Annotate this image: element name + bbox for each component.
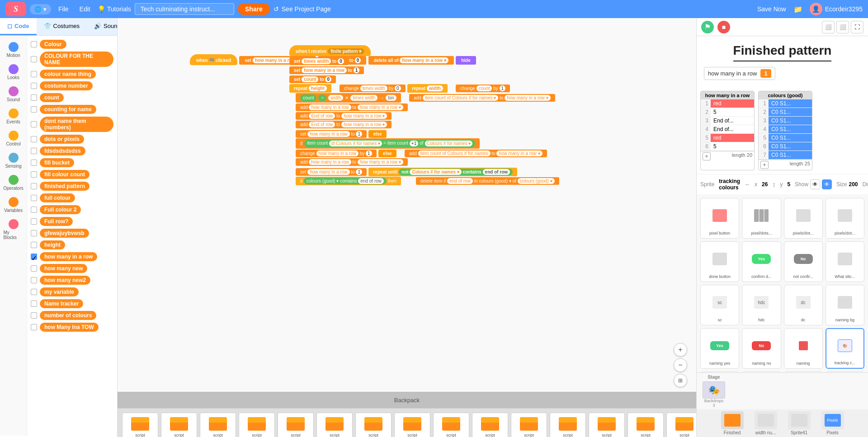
- script-thumb[interactable]: scriptcode: [278, 413, 314, 437]
- stage-small-button[interactable]: ⬜: [822, 21, 835, 33]
- bottom-item-width-nu[interactable]: width nu...: [750, 411, 782, 435]
- var-checkbox[interactable]: [31, 94, 37, 101]
- sprite-card-hdc[interactable]: hdc hdc: [742, 285, 781, 325]
- green-flag-button[interactable]: ⚑: [701, 21, 714, 33]
- sprite-card-naming[interactable]: naming: [784, 328, 823, 369]
- script-thumb[interactable]: scriptcode: [355, 413, 392, 437]
- list-item[interactable]: fill colour count: [29, 169, 115, 180]
- list-item[interactable]: ✓ how many in a row: [29, 251, 115, 263]
- script-thumb[interactable]: scriptcode: [239, 413, 275, 437]
- var-checkbox[interactable]: [31, 41, 37, 47]
- var-checkbox[interactable]: ✓: [31, 254, 37, 260]
- script-thumb[interactable]: scriptcode: [161, 413, 197, 437]
- globe-button[interactable]: 🌐 ▾: [30, 4, 51, 14]
- save-now-button[interactable]: Save Now: [757, 5, 786, 13]
- list-item[interactable]: Colour: [29, 38, 115, 50]
- sidebar-item-sound[interactable]: Sound: [2, 84, 25, 105]
- eye-off-button[interactable]: 👁: [810, 179, 820, 189]
- zoom-out-button[interactable]: −: [674, 358, 687, 372]
- list-item[interactable]: gfewajuybvwsb: [29, 227, 115, 239]
- var-checkbox[interactable]: [31, 312, 37, 319]
- list-item[interactable]: number of colours: [29, 310, 115, 321]
- stage-fullscreen-button[interactable]: ⛶: [851, 21, 863, 33]
- script-thumb[interactable]: scriptcode: [627, 413, 664, 437]
- list-item[interactable]: Full row?: [29, 216, 115, 227]
- var-checkbox[interactable]: [31, 265, 37, 272]
- sprite-card-naming-bg[interactable]: naming bg: [826, 285, 864, 325]
- sidebar-item-events[interactable]: Events: [2, 106, 25, 127]
- var-checkbox[interactable]: [31, 71, 37, 77]
- sprite-card-dc[interactable]: dc dc: [784, 285, 823, 325]
- script-thumb[interactable]: scriptcode: [550, 413, 586, 437]
- script-thumb[interactable]: scriptcode: [200, 413, 236, 437]
- project-title[interactable]: Tech culminating instruct...: [135, 3, 234, 15]
- sprite-card-loading-la[interactable]: loading la...: [826, 371, 864, 372]
- sprite-card-pixel-dots[interactable]: pixel/dots...: [742, 198, 781, 239]
- sidebar-item-myblocks[interactable]: My Blocks: [2, 216, 25, 243]
- script-thumb[interactable]: scriptcode: [472, 413, 508, 437]
- sidebar-item-operators[interactable]: Operators: [2, 172, 25, 193]
- zoom-reset-button[interactable]: ⊞: [674, 374, 687, 387]
- zoom-in-button[interactable]: +: [674, 343, 687, 357]
- list-item[interactable]: costume number: [29, 80, 115, 92]
- script-thumb[interactable]: scriptcode: [511, 413, 547, 437]
- sprite-card-pixels-dot2[interactable]: pixels/dot...: [826, 198, 864, 239]
- var-checkbox[interactable]: [31, 207, 37, 213]
- stage-button[interactable]: Stage 🎭 Backdrops 3: [700, 375, 727, 408]
- script-thumb[interactable]: scriptcode: [122, 413, 158, 437]
- var-checkbox[interactable]: [31, 121, 37, 127]
- x-coord-value[interactable]: 26: [762, 181, 768, 188]
- tab-costumes[interactable]: 👕 Costumes: [37, 18, 87, 35]
- list-item[interactable]: full colour: [29, 192, 115, 204]
- list-item[interactable]: my variable: [29, 286, 115, 298]
- user-menu[interactable]: 👤 Ecordeir3295: [810, 3, 863, 15]
- var-checkbox[interactable]: [31, 148, 37, 154]
- y-coord-value[interactable]: 5: [787, 181, 790, 188]
- list-item[interactable]: how Many Ina TOW: [29, 321, 115, 333]
- list-add-button-1[interactable]: +: [703, 152, 711, 160]
- size-value[interactable]: 200: [849, 181, 858, 188]
- tutorials-button[interactable]: 💡 Tutorials: [98, 5, 131, 13]
- sidebar-item-control[interactable]: Control: [2, 128, 25, 149]
- sprite-card-naming-yes[interactable]: Yes naming yes: [700, 328, 739, 369]
- list-item[interactable]: Name tracker: [29, 298, 115, 310]
- sprite-card-loading-bg[interactable]: loading bg: [742, 371, 781, 372]
- var-checkbox[interactable]: [31, 218, 37, 225]
- var-checkbox[interactable]: [31, 195, 37, 201]
- sidebar-item-variables[interactable]: Variables: [2, 194, 25, 216]
- see-project-button[interactable]: ↺ See Project Page: [274, 5, 331, 13]
- var-checkbox[interactable]: [31, 136, 37, 142]
- list-item[interactable]: finished pattern: [29, 180, 115, 192]
- block-stack-2[interactable]: when I receive finite pattern ▾ set time…: [289, 45, 561, 185]
- var-checkbox[interactable]: [31, 56, 37, 62]
- var-checkbox[interactable]: [31, 324, 37, 330]
- var-checkbox[interactable]: [31, 171, 37, 178]
- var-checkbox[interactable]: [31, 242, 37, 248]
- sprite-card-pixel-button[interactable]: pixel button: [700, 198, 739, 239]
- backpack-bar[interactable]: Backpack: [118, 392, 696, 408]
- list-item[interactable]: dont name them (numbers): [29, 115, 115, 133]
- sprite-card-done-button[interactable]: done button: [700, 241, 739, 282]
- list-item[interactable]: height: [29, 239, 115, 251]
- sidebar-item-sensing[interactable]: Sensing: [2, 150, 25, 171]
- sprite-card-pattern-wr[interactable]: ✏ pattern wr...: [700, 371, 739, 372]
- stop-button[interactable]: ■: [717, 21, 730, 33]
- var-checkbox[interactable]: [31, 160, 37, 166]
- var-checkbox[interactable]: [31, 289, 37, 295]
- sprite-card-what-sttc[interactable]: What sttc...: [826, 241, 864, 282]
- list-item[interactable]: fill bucket: [29, 157, 115, 169]
- script-thumb[interactable]: scriptcode: [394, 413, 430, 437]
- sprite-card-confirm-d[interactable]: Yes confirm d...: [742, 241, 781, 282]
- sprite-card-naming-no[interactable]: No naming no: [742, 328, 781, 369]
- canvas-area[interactable]: when 🏁 clicked set how many in a row to …: [118, 18, 696, 392]
- tab-code[interactable]: ◻ Code: [0, 18, 37, 35]
- bottom-item-pixels[interactable]: Pixels Pixels: [817, 411, 849, 435]
- scratch-logo[interactable]: S: [5, 2, 26, 16]
- sidebar-item-motion[interactable]: Motion: [2, 39, 25, 61]
- list-item[interactable]: Full colour 2: [29, 204, 115, 216]
- list-item[interactable]: fdsdsdsdsdss: [29, 145, 115, 157]
- list-item[interactable]: colour name thing: [29, 68, 115, 80]
- script-thumb[interactable]: scriptcode: [316, 413, 353, 437]
- bottom-item-finished[interactable]: Finished: [717, 411, 748, 435]
- var-checkbox[interactable]: [31, 106, 37, 113]
